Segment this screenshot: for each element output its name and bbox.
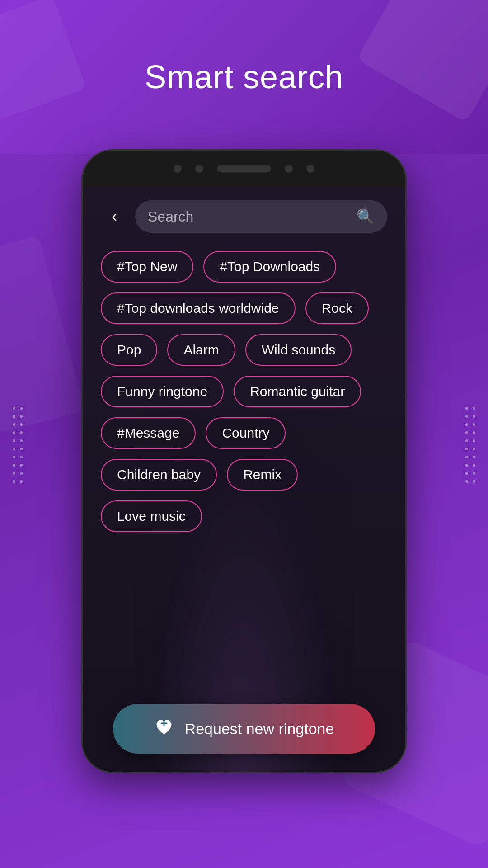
decorative-dots-left [13, 407, 23, 483]
tag-pop[interactable]: Pop [101, 334, 157, 366]
request-button-wrap: Request new ringtone [113, 704, 375, 754]
tag-top-downloads-worldwide[interactable]: #Top downloads worldwide [101, 292, 296, 324]
tags-container: #Top New #Top Downloads #Top downloads w… [83, 242, 405, 541]
phone-sensor [174, 165, 182, 173]
tag-wild-sounds[interactable]: Wild sounds [245, 334, 352, 366]
search-bar-container: ‹ Search 🔍 [83, 187, 405, 242]
phone-camera [285, 165, 293, 173]
request-button-label: Request new ringtone [185, 720, 334, 738]
tag-rock[interactable]: Rock [305, 292, 369, 324]
tag-children-baby[interactable]: Children baby [101, 459, 217, 491]
phone-screen: ‹ Search 🔍 #Top New #Top Downloads #Top … [83, 187, 405, 772]
tag-message[interactable]: #Message [101, 417, 196, 449]
tag-top-new[interactable]: #Top New [101, 251, 193, 283]
tag-funny-ringtone[interactable]: Funny ringtone [101, 376, 224, 407]
phone-sensor-2 [195, 165, 203, 173]
tag-alarm[interactable]: Alarm [167, 334, 235, 366]
tag-love-music[interactable]: Love music [101, 500, 202, 532]
header-section: Smart search [0, 0, 488, 154]
phone-sensor-3 [306, 165, 314, 173]
back-button[interactable]: ‹ [101, 203, 128, 230]
request-button-icon [154, 717, 174, 741]
request-new-ringtone-button[interactable]: Request new ringtone [113, 704, 375, 754]
phone-top-bar [83, 151, 405, 187]
phone-mockup: ‹ Search 🔍 #Top New #Top Downloads #Top … [81, 149, 407, 773]
phone-speaker [217, 165, 271, 172]
back-icon: ‹ [112, 207, 117, 226]
decorative-dots-right [465, 407, 475, 483]
tag-romantic-guitar[interactable]: Romantic guitar [234, 376, 361, 407]
page-title: Smart search [145, 58, 343, 95]
tag-top-downloads[interactable]: #Top Downloads [203, 251, 336, 283]
search-icon: 🔍 [357, 208, 375, 225]
search-bar[interactable]: Search 🔍 [135, 200, 387, 233]
search-placeholder: Search [148, 208, 193, 225]
tag-remix[interactable]: Remix [227, 459, 298, 491]
tag-country[interactable]: Country [206, 417, 286, 449]
